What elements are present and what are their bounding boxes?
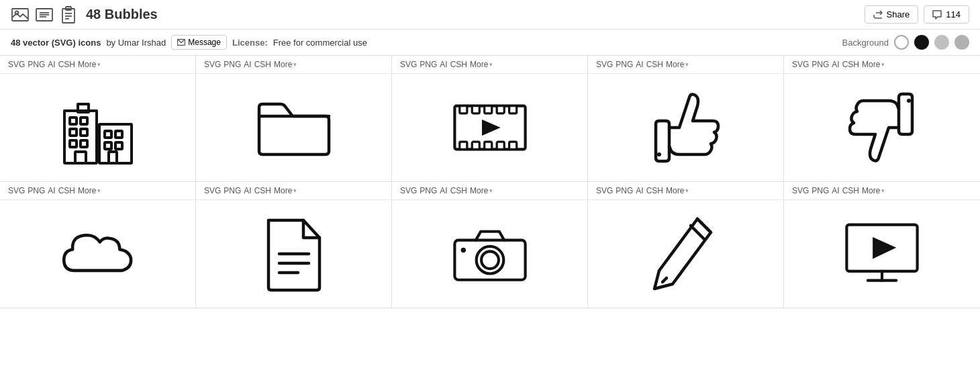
png-link[interactable]: PNG <box>616 186 633 195</box>
message-icon <box>177 39 185 46</box>
svg-link[interactable]: SVG <box>204 60 221 69</box>
format-bar: SVG PNG AI CSH More ▾ <box>196 182 391 200</box>
icon-cell-buildings: SVG PNG AI CSH More ▾ <box>0 56 196 182</box>
svg-rect-39 <box>509 142 516 149</box>
csh-link[interactable]: CSH <box>646 60 663 69</box>
svg-link[interactable]: SVG <box>400 60 417 69</box>
thumbs-up-display[interactable] <box>588 74 783 181</box>
background-gray[interactable] <box>934 35 949 50</box>
svg-link[interactable]: SVG <box>204 186 221 195</box>
png-link[interactable]: PNG <box>224 186 241 195</box>
png-link[interactable]: PNG <box>28 60 45 69</box>
csh-link[interactable]: CSH <box>254 186 271 195</box>
top-bar-icons <box>11 7 78 22</box>
csh-link[interactable]: CSH <box>58 186 75 195</box>
csh-link[interactable]: CSH <box>450 186 467 195</box>
background-black[interactable] <box>914 35 929 50</box>
camera-icon-display[interactable] <box>392 200 587 308</box>
buildings-icon <box>58 87 138 168</box>
ai-link[interactable]: AI <box>48 186 55 195</box>
document-icon-display[interactable] <box>196 200 391 308</box>
png-link[interactable]: PNG <box>616 60 633 69</box>
monitor-icon-display[interactable] <box>784 200 980 308</box>
png-link[interactable]: PNG <box>812 60 829 69</box>
svg-link[interactable]: SVG <box>400 186 417 195</box>
ai-link[interactable]: AI <box>440 186 447 195</box>
more-dropdown[interactable]: More ▾ <box>666 60 689 69</box>
svg-link[interactable]: SVG <box>596 60 613 69</box>
buildings-icon-display[interactable] <box>0 74 195 181</box>
svg-point-48 <box>481 251 499 269</box>
svg-link[interactable]: SVG <box>596 186 613 195</box>
cloud-icon-display[interactable] <box>0 200 195 308</box>
more-dropdown[interactable]: More ▾ <box>274 60 297 69</box>
more-dropdown[interactable]: More ▾ <box>862 60 885 69</box>
message-button[interactable]: Message <box>171 35 227 50</box>
comments-button[interactable]: 114 <box>924 5 969 24</box>
png-link[interactable]: PNG <box>28 186 45 195</box>
thumbs-down-display[interactable] <box>784 74 980 181</box>
folder-icon-display[interactable] <box>196 74 391 181</box>
csh-link[interactable]: CSH <box>646 186 663 195</box>
chevron-down-icon: ▾ <box>293 61 297 68</box>
background-dark-gray[interactable] <box>954 35 969 50</box>
png-link[interactable]: PNG <box>224 60 241 69</box>
chevron-down-icon: ▾ <box>685 187 689 194</box>
svg-rect-30 <box>459 106 467 113</box>
list-icon[interactable] <box>35 7 54 22</box>
more-dropdown[interactable]: More ▾ <box>274 186 297 195</box>
more-dropdown[interactable]: More ▾ <box>666 186 689 195</box>
svg-rect-31 <box>472 106 479 113</box>
csh-link[interactable]: CSH <box>58 60 75 69</box>
cloud-icon <box>58 214 138 294</box>
format-bar: SVG PNG AI CSH More ▾ <box>196 56 391 74</box>
csh-link[interactable]: CSH <box>450 60 467 69</box>
more-dropdown[interactable]: More ▾ <box>78 60 101 69</box>
png-link[interactable]: PNG <box>420 60 437 69</box>
ai-link[interactable]: AI <box>636 186 643 195</box>
ai-link[interactable]: AI <box>48 60 55 69</box>
pencil-icon-display[interactable] <box>588 200 783 308</box>
svg-rect-37 <box>484 142 491 149</box>
clipboard-icon[interactable] <box>59 7 78 22</box>
svg-link[interactable]: SVG <box>792 186 809 195</box>
image-icon[interactable] <box>11 7 30 22</box>
comment-icon <box>932 10 942 19</box>
png-link[interactable]: PNG <box>812 186 829 195</box>
svg-line-52 <box>691 226 704 239</box>
format-bar: SVG PNG AI CSH More ▾ <box>588 56 783 74</box>
chevron-down-icon: ▾ <box>97 61 101 68</box>
more-dropdown[interactable]: More ▾ <box>470 186 493 195</box>
ai-link[interactable]: AI <box>636 60 643 69</box>
license-value: Free for commercial use <box>273 38 367 48</box>
icon-cell-cloud: SVG PNG AI CSH More ▾ <box>0 182 196 308</box>
svg-link[interactable]: SVG <box>8 186 25 195</box>
png-link[interactable]: PNG <box>420 186 437 195</box>
format-bar: SVG PNG AI CSH More ▾ <box>588 182 783 200</box>
csh-link[interactable]: CSH <box>254 60 271 69</box>
ai-link[interactable]: AI <box>244 60 251 69</box>
ai-link[interactable]: AI <box>244 186 251 195</box>
share-button[interactable]: Share <box>865 5 919 24</box>
sub-bar: 48 vector (SVG) icons by Umar Irshad Mes… <box>0 30 980 56</box>
background-white[interactable] <box>894 35 909 50</box>
more-dropdown[interactable]: More ▾ <box>78 186 101 195</box>
ai-link[interactable]: AI <box>832 60 839 69</box>
svg-line-50 <box>697 219 711 232</box>
sub-bar-left: 48 vector (SVG) icons by Umar Irshad Mes… <box>11 35 837 50</box>
more-dropdown[interactable]: More ▾ <box>470 60 493 69</box>
csh-link[interactable]: CSH <box>842 60 859 69</box>
svg-marker-56 <box>873 237 896 259</box>
svg-point-42 <box>907 99 911 103</box>
video-icon-display[interactable] <box>392 74 587 181</box>
thumbs-down-icon <box>842 87 922 168</box>
ai-link[interactable]: AI <box>832 186 839 195</box>
svg-link[interactable]: SVG <box>792 60 809 69</box>
csh-link[interactable]: CSH <box>842 186 859 195</box>
svg-point-49 <box>460 248 465 252</box>
svg-rect-17 <box>70 129 77 136</box>
ai-link[interactable]: AI <box>440 60 447 69</box>
svg-link[interactable]: SVG <box>8 60 25 69</box>
more-dropdown[interactable]: More ▾ <box>862 186 885 195</box>
format-bar: SVG PNG AI CSH More ▾ <box>784 56 980 74</box>
